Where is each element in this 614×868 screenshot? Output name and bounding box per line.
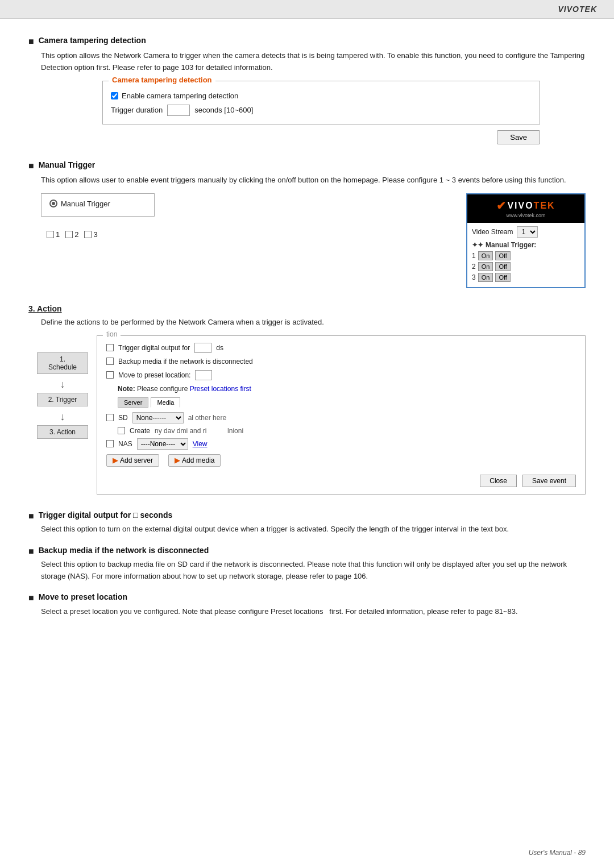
step-arrow-2: ↓ [60,411,65,423]
checkboxes-row: 1 2 3 [47,230,455,239]
cb-label-1: 1 [56,230,60,239]
note-prefix: Note: [118,385,135,393]
top-bar: VIVOTEK [0,0,614,19]
cb-box-3[interactable] [84,231,92,238]
cb-box-1[interactable] [47,231,54,238]
digital-output-input[interactable]: 1 [194,343,211,353]
checkbox-item-2: 2 [65,230,78,239]
close-button[interactable]: Close [480,475,517,487]
nas-select[interactable]: ----None---- [137,438,188,450]
sd-extra: al other here [188,414,226,422]
trigger-3-off[interactable]: Off [495,273,510,282]
save-button[interactable]: Save [497,130,540,144]
manual-trigger-header: ■ Manual Trigger [28,160,586,171]
nas-checkbox[interactable] [106,440,114,447]
action-section-title: 3. Action [28,304,586,313]
preset-locations-link[interactable]: Preset locations first [190,385,251,393]
radio-icon [49,200,57,207]
trigger-duration-label: Trigger duration [111,106,163,114]
enable-tampering-label: Enable camera tampering detection [122,92,238,100]
trigger-row-3: 3 On Off [472,273,580,282]
bullet-digital: ■ [28,510,34,521]
sd-row: SD None------ al other here [106,412,576,423]
trigger-star: ✦✦ [472,241,483,249]
bottom-section-digital: ■ Trigger digital output for □ seconds S… [28,510,586,535]
main-content: ■ Camera tampering detection This option… [0,19,614,650]
vivotek-widget-header: ✔ VIVOTEK www.vivotek.com [467,194,584,223]
backup-section-desc: Select this option to backup media file … [41,559,586,583]
backup-media-row: Backup media if the network is disconnec… [106,358,576,366]
stream-select[interactable]: 1 2 3 [517,226,538,238]
vivotek-widget-body: Video Stream 1 2 3 ✦✦ Manual Trigger: [467,223,584,287]
cb-box-2[interactable] [65,231,73,238]
bottom-sections: ■ Trigger digital output for □ seconds S… [28,510,586,618]
trigger-row-1: 1 On Off [472,251,580,260]
trigger-3-on[interactable]: On [478,273,493,282]
digital-output-checkbox[interactable] [106,344,114,351]
step-3-box: 3. Action [37,425,88,439]
action-section: 3. Action Define the actions to be perfo… [28,304,586,495]
step-arrow-1: ↓ [60,379,65,391]
view-link[interactable]: View [193,440,208,448]
note-desc: Please configure [137,385,190,393]
media-tab[interactable]: Media [151,397,180,408]
add-server-button[interactable]: ▶ Add server [106,454,159,467]
save-event-button[interactable]: Save event [522,475,576,487]
camera-tampering-header: ■ Camera tampering detection [28,36,586,47]
manual-trigger-layout: Manual Trigger 1 2 [41,193,586,288]
checkbox-item-1: 1 [47,230,60,239]
tampering-box: Camera tampering detection Enable camera… [102,81,540,124]
note-text: Note: Please configure Preset locations … [118,385,576,393]
camera-tampering-desc: This option allows the Network Camera to… [41,50,586,74]
manual-trigger-box-inner: Manual Trigger [49,200,146,208]
bottom-section-digital-header: ■ Trigger digital output for □ seconds [28,510,586,521]
trigger-duration-suffix: seconds [10~600] [194,106,253,114]
server-tab[interactable]: Server [118,397,148,408]
trigger-1-off[interactable]: Off [495,251,510,260]
backup-media-checkbox[interactable] [106,358,114,365]
manual-trigger-desc: This option allows user to enable event … [41,175,586,186]
add-server-icon: ▶ [113,456,118,464]
create-checkbox[interactable] [118,427,125,434]
preset-location-input[interactable]: up [195,370,212,380]
add-media-button[interactable]: ▶ Add media [168,454,221,467]
action-panel: tion Trigger digital output for 1 ds Bac… [97,335,586,495]
bottom-section-preset-header: ■ Move to preset location [28,592,586,603]
add-server-label: Add server [120,456,153,464]
vivotek-logo-container: ✔ VIVOTEK www.vivotek.com [473,199,579,218]
bullet-backup: ■ [28,546,34,556]
page: VIVOTEK ■ Camera tampering detection Thi… [0,0,614,868]
step-2-box: 2. Trigger [37,393,88,406]
trigger-duration-row: Trigger duration 10 seconds [10~600] [111,105,532,116]
enable-tampering-checkbox[interactable] [111,92,118,99]
backup-media-label: Backup media if the network is disconnec… [118,358,253,366]
checkbox-item-3: 3 [84,230,97,239]
trigger-2-off[interactable]: Off [495,262,510,271]
preset-location-checkbox[interactable] [106,371,114,379]
trigger-num-3: 3 [472,273,476,281]
footer: User's Manual - 89 [529,849,586,857]
trigger-text: Manual Trigger: [486,241,536,249]
bottom-section-preset: ■ Move to preset location Select a prese… [28,592,586,617]
sd-select[interactable]: None------ [132,412,184,423]
trigger-2-on[interactable]: On [478,262,493,271]
add-media-label: Add media [182,456,214,464]
digital-output-section-title: Trigger digital output for □ seconds [39,510,173,520]
bullet-preset: ■ [28,592,34,603]
sd-checkbox[interactable] [106,414,114,421]
manual-trigger-widget-label: ✦✦ Manual Trigger: [472,241,580,249]
digital-output-label: Trigger digital output for [118,344,190,352]
action-panel-title: tion [103,330,121,338]
manual-trigger-title: Manual Trigger [39,160,96,169]
digital-output-section-desc: Select this option to turn on the extern… [41,524,586,535]
create-label: Create [130,427,150,435]
stream-label: Video Stream [472,228,513,236]
nas-label: NAS [118,440,132,448]
bullet-camera: ■ [28,36,34,47]
digital-output-suffix: ds [216,344,223,352]
trigger-duration-input[interactable]: 10 [167,105,190,116]
preset-section-title: Move to preset location [39,592,127,601]
stream-row: Video Stream 1 2 3 [472,226,580,238]
trigger-1-on[interactable]: On [478,251,493,260]
bottom-section-backup: ■ Backup media if the network is disconn… [28,546,586,583]
